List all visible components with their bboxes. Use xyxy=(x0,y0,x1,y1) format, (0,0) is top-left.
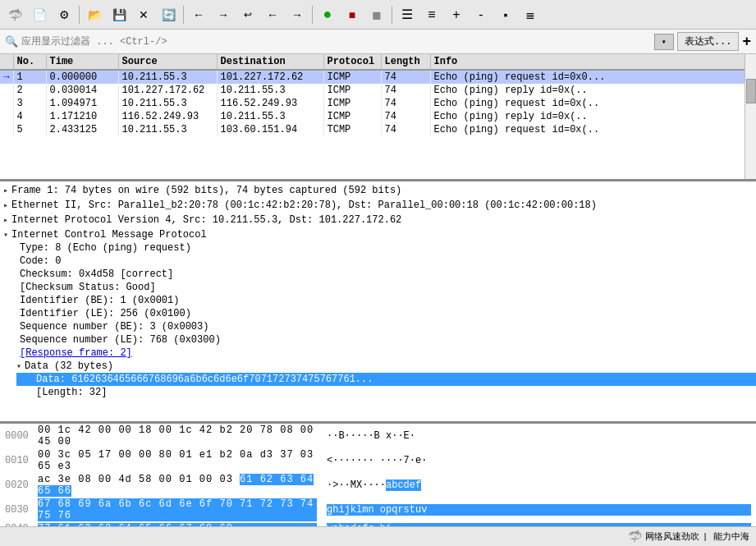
col4-icon[interactable]: ≣ xyxy=(519,3,542,26)
cell-info: Echo (ping) request id=0x(.. xyxy=(430,97,756,110)
options-icon[interactable]: ☰ xyxy=(396,3,419,26)
toolbar: 🦈 📄 ⚙ 📂 💾 ✕ 🔄 ← → ↩ ← → ● ■ ◼ ☰ ≡ + - ▪ … xyxy=(0,0,756,30)
filter-dropdown[interactable]: ▾ xyxy=(654,34,674,50)
table-row[interactable]: 52.43312510.211.55.3103.60.151.94TCMP74E… xyxy=(0,123,756,136)
logo-sub: | 能力中海 xyxy=(703,530,749,543)
packet-table: No. Time Source Destination Protocol Len… xyxy=(0,54,756,136)
cell-dst: 10.211.55.3 xyxy=(217,110,323,123)
nav-fwd-icon[interactable]: → xyxy=(286,3,309,26)
row-arrow-cell: → xyxy=(0,70,13,84)
table-row[interactable]: 41.171210116.52.249.9310.211.55.3ICMP74E… xyxy=(0,110,756,123)
forward-icon[interactable]: → xyxy=(212,3,235,26)
row-arrow-cell xyxy=(0,110,13,123)
ascii-highlighted: abcdef xyxy=(386,479,421,491)
packet-tbody: →10.00000010.211.55.3101.227.172.62ICMP7… xyxy=(0,70,756,136)
back-icon[interactable]: ← xyxy=(187,3,210,26)
hex-row: 001000 3c 05 17 00 00 80 01 e1 b2 0a d3 … xyxy=(0,448,756,473)
detail-header-ethernet[interactable]: ▸Ethernet II, Src: Parallel_b2:20:78 (00… xyxy=(0,199,756,212)
capture-start-icon[interactable]: ● xyxy=(316,3,339,26)
table-row[interactable]: 31.09497110.211.55.3116.52.249.93ICMP74E… xyxy=(0,97,756,110)
separator-2 xyxy=(183,6,184,24)
row-arrow-cell xyxy=(0,123,13,136)
hex-offset: 0000 xyxy=(5,430,38,442)
cell-dst: 10.211.55.3 xyxy=(217,84,323,97)
col3-icon[interactable]: ▪ xyxy=(494,3,517,26)
cell-dst: 103.60.151.94 xyxy=(217,123,323,136)
capture-stop-icon[interactable]: ■ xyxy=(341,3,364,26)
hex-offset: 0020 xyxy=(5,479,38,491)
expand-open-icon: ▾ xyxy=(3,230,8,240)
hex-ascii: ··B·····B x··E· xyxy=(327,430,751,442)
cell-dst: 101.227.172.62 xyxy=(217,70,323,84)
cell-info: Echo (ping) reply id=0x(.. xyxy=(430,110,756,123)
col-length[interactable]: Length xyxy=(381,54,430,70)
hex-bytes: ac 3e 08 00 4d 58 00 01 00 03 61 62 63 6… xyxy=(38,474,317,497)
undo-icon[interactable]: ↩ xyxy=(236,3,259,26)
add-filter-button[interactable]: + xyxy=(742,33,751,50)
expand-closed-icon: ▸ xyxy=(3,186,8,195)
detail-section-ethernet: ▸Ethernet II, Src: Parallel_b2:20:78 (00… xyxy=(0,198,756,213)
row-arrow-cell xyxy=(0,97,13,110)
cell-no: 4 xyxy=(13,110,46,123)
cell-no: 5 xyxy=(13,123,46,136)
packet-table-header: No. Time Source Destination Protocol Len… xyxy=(0,54,756,70)
filter-input[interactable] xyxy=(21,36,651,48)
options2-icon[interactable]: ≡ xyxy=(420,3,443,26)
logo-text: 网络风速劲吹 xyxy=(645,530,699,543)
detail-line-5: Identifier (LE): 256 (0x0100) xyxy=(16,307,756,320)
nav-back-icon[interactable]: ← xyxy=(261,3,284,26)
cell-dst: 116.52.249.93 xyxy=(217,97,323,110)
sub-col-icon[interactable]: - xyxy=(470,3,493,26)
detail-header-ip[interactable]: ▸Internet Protocol Version 4, Src: 10.21… xyxy=(0,213,756,227)
cell-len: 74 xyxy=(381,110,430,123)
cell-len: 74 xyxy=(381,123,430,136)
packet-list-scrollbar[interactable] xyxy=(745,54,756,179)
row-arrow-cell xyxy=(0,84,13,97)
col-time[interactable]: Time xyxy=(46,54,118,70)
cell-src: 101.227.172.62 xyxy=(118,84,217,97)
table-row[interactable]: 20.030014101.227.172.6210.211.55.3ICMP74… xyxy=(0,84,756,97)
cell-proto: ICMP xyxy=(323,70,381,84)
detail-line-6: Sequence number (BE): 3 (0x0003) xyxy=(16,320,756,333)
hex-ascii: ghijklmn opqrstuv xyxy=(327,504,751,516)
detail-line-8[interactable]: [Response frame: 2] xyxy=(16,346,756,360)
cell-src: 10.211.55.3 xyxy=(118,70,217,84)
cell-proto: ICMP xyxy=(323,110,381,123)
cell-time: 0.000000 xyxy=(46,70,118,84)
detail-section-ip: ▸Internet Protocol Version 4, Src: 10.21… xyxy=(0,213,756,227)
detail-header-icmp[interactable]: ▾Internet Control Message Protocol xyxy=(0,228,756,241)
status-bar: 🦈 网络风速劲吹 | 能力中海 xyxy=(0,526,756,546)
detail-header-text: Internet Protocol Version 4, Src: 10.211… xyxy=(11,214,401,226)
close-icon[interactable]: ✕ xyxy=(132,3,155,26)
cell-len: 74 xyxy=(381,84,430,97)
col-protocol[interactable]: Protocol xyxy=(323,54,381,70)
packet-list-scrollthumb[interactable] xyxy=(746,79,756,103)
cell-info: Echo (ping) request id=0x(.. xyxy=(430,123,756,136)
col-info[interactable]: Info xyxy=(430,54,756,70)
detail-line-0: Type: 8 (Echo (ping) request) xyxy=(16,241,756,255)
cell-no: 1 xyxy=(13,70,46,84)
col-destination[interactable]: Destination xyxy=(217,54,323,70)
detail-header-frame[interactable]: ▸Frame 1: 74 bytes on wire (592 bits), 7… xyxy=(0,184,756,197)
hex-offset: 0030 xyxy=(5,504,38,516)
filter-icon: 🔍 xyxy=(5,35,18,48)
file-icon[interactable]: 📄 xyxy=(28,3,51,26)
col-source[interactable]: Source xyxy=(118,54,217,70)
capture-restart-icon[interactable]: ◼ xyxy=(365,3,388,26)
hex-row: 000000 1c 42 00 00 18 00 1c 42 b2 20 78 … xyxy=(0,424,756,448)
open-icon[interactable]: 📂 xyxy=(83,3,106,26)
filter-bar: 🔍 ▾ 表达式... + xyxy=(0,30,756,54)
refresh-icon[interactable]: 🔄 xyxy=(157,3,180,26)
col-no[interactable]: No. xyxy=(13,54,46,70)
table-row[interactable]: →10.00000010.211.55.3101.227.172.62ICMP7… xyxy=(0,70,756,84)
detail-subsection-header[interactable]: ▾Data (32 bytes) xyxy=(16,360,756,373)
cell-len: 74 xyxy=(381,97,430,110)
save-icon[interactable]: 💾 xyxy=(108,3,131,26)
shark-icon[interactable]: 🦈 xyxy=(3,3,26,26)
hex-bytes: 67 68 69 6a 6b 6c 6d 6e 6f 70 71 72 73 7… xyxy=(38,498,317,521)
expression-button[interactable]: 表达式... xyxy=(677,32,740,51)
cell-time: 0.030014 xyxy=(46,84,118,97)
settings-icon[interactable]: ⚙ xyxy=(53,3,76,26)
add-col-icon[interactable]: + xyxy=(445,3,468,26)
detail-subline: Data: 6162636465666768696a6b6c6d6e6f7071… xyxy=(16,373,756,386)
